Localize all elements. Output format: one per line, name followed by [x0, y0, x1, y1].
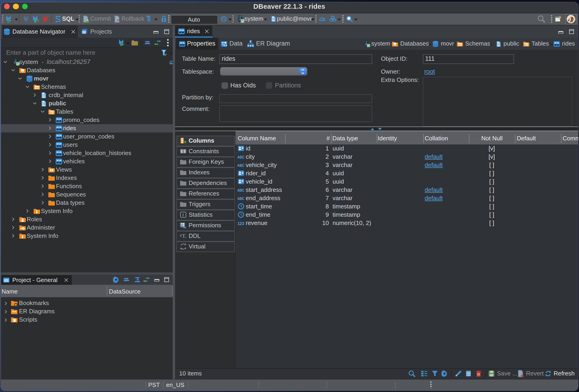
svg-text:i: i [182, 212, 184, 218]
svg-text:T: T [182, 233, 185, 239]
